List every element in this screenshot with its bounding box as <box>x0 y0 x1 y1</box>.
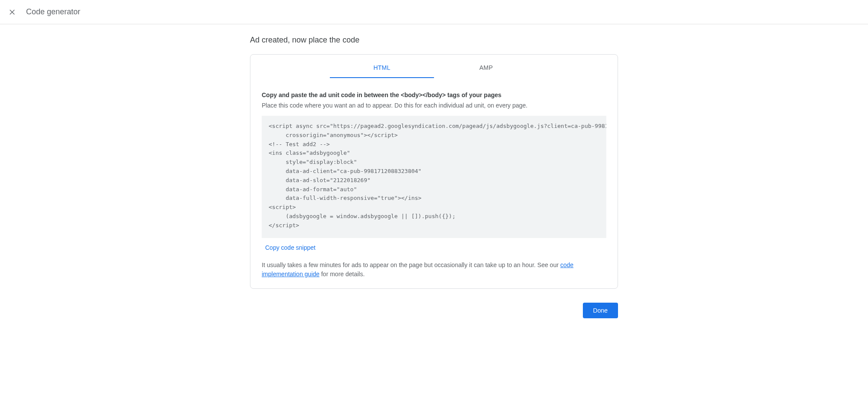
tab-html[interactable]: HTML <box>330 58 434 78</box>
dialog-header: Code generator <box>0 0 868 24</box>
card-body: Copy and paste the ad unit code in betwe… <box>250 78 618 288</box>
code-block[interactable]: <script async src="https://pagead2.googl… <box>262 116 606 238</box>
tabs: HTML AMP <box>250 55 618 78</box>
code-text: <script async src="https://pagead2.googl… <box>269 122 599 230</box>
page-heading: Ad created, now place the code <box>250 36 618 45</box>
close-icon <box>8 8 16 16</box>
footer-note-prefix: It usually takes a few minutes for ads t… <box>262 261 560 268</box>
footer-note: It usually takes a few minutes for ads t… <box>262 261 606 279</box>
done-button[interactable]: Done <box>583 303 618 318</box>
tab-amp[interactable]: AMP <box>434 58 538 78</box>
footer-note-suffix: for more details. <box>319 271 365 278</box>
instructions-title: Copy and paste the ad unit code in betwe… <box>262 91 606 98</box>
code-card: HTML AMP Copy and paste the ad unit code… <box>250 54 618 289</box>
copy-code-button[interactable]: Copy code snippet <box>262 238 319 255</box>
close-button[interactable] <box>7 7 17 17</box>
actions: Done <box>250 303 618 318</box>
dialog-title: Code generator <box>26 7 80 16</box>
instructions-subtitle: Place this code where you want an ad to … <box>262 102 606 109</box>
content: Ad created, now place the code HTML AMP … <box>250 24 618 336</box>
